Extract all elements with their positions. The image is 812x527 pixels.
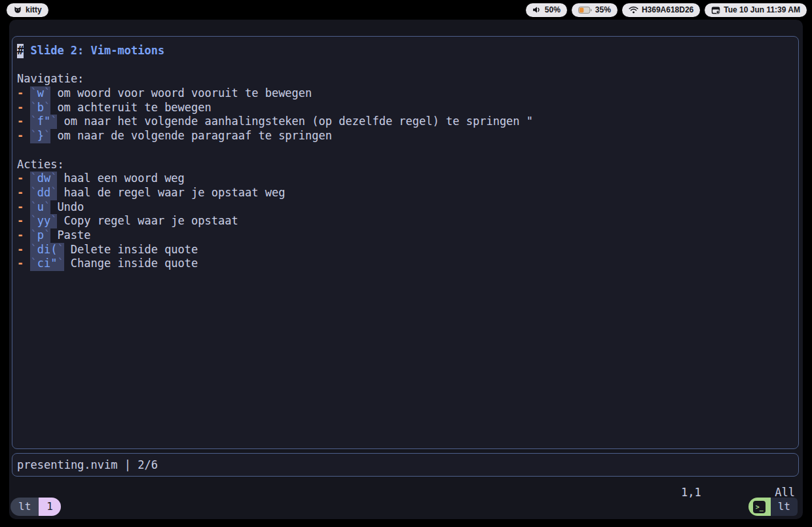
datetime-value: Tue 10 Jun 11:39 AM: [724, 5, 800, 14]
wifi-network-name: H369A618D26: [642, 5, 693, 14]
inline-code: `ci"`: [30, 257, 64, 271]
list-item: -`f"`om naar het volgende aanhalingsteke…: [17, 115, 794, 129]
bullet-dash: -: [17, 115, 24, 128]
item-text: om woord voor woord vooruit te bewegen: [57, 86, 312, 100]
slide-title: Slide 2: Vim-motions: [30, 44, 164, 57]
bullet-dash: -: [17, 86, 24, 100]
wifi-icon: [629, 6, 638, 14]
app-name: kitty: [26, 5, 42, 14]
list-item: -`b`om achteruit te bewegen: [17, 101, 794, 115]
battery-icon: [578, 7, 592, 14]
tab-bar-right-label: lt: [771, 498, 798, 516]
inline-code: `}`: [30, 129, 50, 143]
calendar-icon: [711, 6, 720, 14]
tab-bar-right-status: >_ lt: [748, 498, 798, 516]
battery-pill[interactable]: 35%: [572, 3, 618, 17]
bullet-dash: -: [17, 200, 24, 213]
terminal-icon-badge: >_: [748, 498, 771, 516]
bullet-dash: -: [17, 101, 24, 114]
list-item: -`}`om naar de volgende paragraaf te spr…: [17, 129, 794, 143]
inline-code: `f"`: [30, 115, 57, 129]
bullet-dash: -: [17, 228, 24, 242]
item-text: om achteruit te bewegen: [57, 101, 211, 114]
inline-code: `yy`: [30, 214, 57, 228]
bullet-dash: -: [17, 129, 24, 142]
cat-icon: [13, 6, 22, 14]
inline-code: `w`: [30, 86, 50, 101]
item-text: Copy regel waar je opstaat: [64, 214, 238, 227]
list-item: -`p`Paste: [17, 228, 794, 243]
tab-bar: lt 1 >_ lt: [9, 498, 803, 516]
volume-value: 50%: [545, 5, 561, 14]
item-text: haal de regel waar je opstaat weg: [64, 186, 286, 199]
item-text: haal een woord weg: [64, 172, 185, 185]
item-text: om naar het volgende aanhalingsteken (op…: [64, 115, 533, 128]
section-heading: Navigatie:: [17, 72, 794, 86]
inline-code: `dw`: [30, 172, 57, 186]
list-item: -`yy`Copy regel waar je opstaat: [17, 214, 794, 228]
bullet-dash: -: [17, 243, 24, 256]
menu-bar: kitty 50% 35% H369A618D26: [0, 0, 812, 20]
session-name: lt: [10, 498, 39, 516]
clock-pill[interactable]: Tue 10 Jun 11:39 AM: [705, 3, 807, 17]
item-text: Paste: [57, 228, 90, 242]
terminal-icon: >_: [753, 501, 766, 513]
volume-pill[interactable]: 50%: [526, 3, 567, 17]
blank-line: [17, 58, 794, 73]
active-tab-number[interactable]: 1: [39, 498, 61, 516]
inline-code: `di(`: [30, 243, 64, 257]
bullet-dash: -: [17, 172, 24, 185]
item-text: Delete inside quote: [71, 243, 198, 256]
inline-code: `u`: [30, 200, 50, 215]
list-item: -`u`Undo: [17, 200, 794, 215]
inline-code: `b`: [30, 101, 50, 115]
bullet-dash: -: [17, 214, 24, 227]
block-cursor: #: [17, 44, 24, 58]
presenting-status-text: presenting.nvim | 2/6: [17, 458, 158, 471]
list-item: -`dw`haal een woord weg: [17, 172, 794, 186]
speaker-icon: [532, 6, 542, 14]
item-text: Undo: [57, 200, 84, 213]
slide-title-line: #Slide 2: Vim-motions: [17, 44, 794, 58]
list-item: -`dd`haal de regel waar je opstaat weg: [17, 186, 794, 200]
app-menu-pill[interactable]: kitty: [7, 3, 48, 17]
item-text: Change inside quote: [71, 257, 198, 270]
list-item: -`w`om woord voor woord vooruit te beweg…: [17, 86, 794, 101]
list-item: -`di(`Delete inside quote: [17, 243, 794, 257]
bullet-dash: -: [17, 186, 24, 199]
presenting-status-box: presenting.nvim | 2/6: [12, 453, 799, 477]
slide-buffer[interactable]: #Slide 2: Vim-motions Navigatie: -`w`om …: [12, 36, 799, 449]
item-text: om naar de volgende paragraaf te springe…: [57, 129, 332, 142]
kitty-window: #Slide 2: Vim-motions Navigatie: -`w`om …: [9, 20, 803, 519]
blank-line: [17, 143, 794, 158]
session-tab-pill[interactable]: lt 1: [10, 498, 61, 516]
bullet-dash: -: [17, 257, 24, 270]
section-heading: Acties:: [17, 158, 794, 172]
inline-code: `p`: [30, 228, 50, 243]
wifi-pill[interactable]: H369A618D26: [622, 3, 700, 17]
status-pills: 50% 35% H369A618D26: [526, 3, 807, 17]
inline-code: `dd`: [30, 186, 57, 200]
battery-value: 35%: [595, 5, 611, 14]
list-item: -`ci"`Change inside quote: [17, 257, 794, 271]
